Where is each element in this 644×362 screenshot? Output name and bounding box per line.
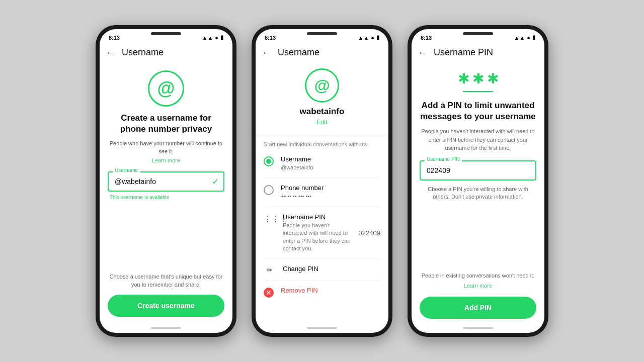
phone1-heading: Create a username for phone number priva… [108,113,224,135]
option-username-text: Username @wabetainfo [281,155,380,171]
pin-existing-note: People in existing conversations won't n… [420,272,536,280]
phone-1: 8:13 ▲▲ ● ▮ ← Username @ Create a userna… [96,25,236,337]
input-checkmark: ✓ [212,176,219,187]
wifi-icon-1: ● [215,35,218,41]
pin-value: 022409 [359,229,380,237]
available-text: This username is available [108,195,224,200]
pin-input-group: Username PIN [420,160,536,180]
screen-content-1: @ Create a username for phone number pri… [100,62,232,325]
learn-more-link-1[interactable]: Learn more [108,157,224,163]
pin-star-1: ✱ [458,70,469,87]
at-icon-container-1: @ [108,70,224,107]
username-input-label: Username [113,167,140,173]
edit-link[interactable]: Edit [317,119,328,126]
pin-dots-icon: ⋮⋮⋮ [264,214,276,224]
option-phone-text: Phone number +• •• •• ••• ••• [281,184,380,200]
pin-section: ⋮⋮⋮ Username PIN People you haven't inte… [264,207,380,259]
battery-icon-1: ▮ [220,34,223,41]
battery-icon-3: ▮ [532,34,535,41]
app-bar-2: ← Username [256,43,388,62]
time-2: 8:13 [265,35,276,41]
create-username-button[interactable]: Create username [108,295,224,317]
back-button-1[interactable]: ← [106,47,116,58]
battery-icon-2: ▮ [376,34,379,41]
add-pin-button[interactable]: Add PIN [420,297,536,319]
pin-star-3: ✱ [487,70,499,87]
phone-2-screen: 8:13 ▲▲ ● ▮ ← Username @ wabetainfo Edit [256,29,388,333]
pin-section-subtitle: People you haven't interacted with will … [283,222,352,253]
change-pin-text: Change PIN [283,265,380,274]
status-icons-1: ▲▲ ● ▮ [202,34,223,41]
radio-phone[interactable] [264,185,274,195]
phone1-subheading: People who have your number will continu… [108,140,224,155]
change-pin-label: Change PIN [283,265,380,273]
pin-input-label: Username PIN [425,156,462,162]
phones-container: 8:13 ▲▲ ● ▮ ← Username @ Create a userna… [86,15,558,347]
screen-content-2: @ wabetainfo Edit Start new individual c… [256,62,388,325]
status-bar-3: 8:13 ▲▲ ● ▮ [412,29,544,43]
wifi-icon-3: ● [527,35,530,41]
pin-star-2: ✱ [472,70,484,87]
pin-input[interactable] [420,160,536,180]
back-button-3[interactable]: ← [418,47,428,58]
remove-pin-icon: ✕ [264,288,274,298]
remove-pin-item[interactable]: ✕ Remove PIN [264,281,380,304]
pin-underline [463,91,493,92]
change-pin-item[interactable]: ✏ Change PIN [264,259,380,281]
bottom-hint-1: Choose a username that's unique but easy… [108,273,224,289]
username-input-group: Username ✓ [108,171,224,192]
app-title-1: Username [122,47,164,58]
app-title-3: Username PIN [434,47,493,58]
app-title-2: Username [278,47,319,58]
option-username-title: Username [281,155,380,163]
option-phone-title: Phone number [281,184,380,192]
status-bar-2: 8:13 ▲▲ ● ▮ [256,29,388,43]
remove-pin-label: Remove PIN [281,287,380,294]
profile-name: wabetainfo [300,107,345,117]
pin-hint: Choose a PIN you're willing to share wit… [420,186,536,201]
time-3: 8:13 [421,35,432,41]
conversation-label: Start new individual conversations with … [264,136,380,149]
phone-3-screen: 8:13 ▲▲ ● ▮ ← Username PIN ✱ ✱ ✱ Add a P… [412,29,544,333]
option-phone-subtitle: +• •• •• ••• ••• [281,193,380,200]
remove-pin-text: Remove PIN [281,287,380,294]
signal-icon-3: ▲▲ [514,35,525,41]
phone-3: 8:13 ▲▲ ● ▮ ← Username PIN ✱ ✱ ✱ Add a P… [408,25,548,337]
phone-2: 8:13 ▲▲ ● ▮ ← Username @ wabetainfo Edit [252,25,392,337]
profile-at-icon: @ [305,68,339,103]
signal-icon-2: ▲▲ [358,35,369,41]
pin-section-text: Username PIN People you haven't interact… [283,213,352,253]
time-1: 8:13 [109,35,120,41]
phone-1-screen: 8:13 ▲▲ ● ▮ ← Username @ Create a userna… [100,29,232,333]
pin-heading: Add a PIN to limit unwanted messages to … [420,100,536,122]
app-bar-1: ← Username [100,43,232,62]
pin-subheading: People you haven't interacted with will … [420,127,536,152]
status-icons-3: ▲▲ ● ▮ [514,34,535,41]
home-indicator-1 [151,327,181,329]
signal-icon-1: ▲▲ [202,35,213,41]
pin-stars-container: ✱ ✱ ✱ [420,70,536,87]
home-indicator-3 [463,327,493,329]
option-username-subtitle: @wabetainfo [281,164,380,171]
pin-section-title: Username PIN [283,213,352,221]
status-bar-1: 8:13 ▲▲ ● ▮ [100,29,232,43]
app-bar-3: ← Username PIN [412,43,544,62]
username-input[interactable] [108,171,224,192]
option-phone[interactable]: Phone number +• •• •• ••• ••• [264,178,380,207]
pin-bottom-section: People in existing conversations won't n… [420,272,536,319]
screen-content-3: ✱ ✱ ✱ Add a PIN to limit unwanted messag… [412,62,544,325]
radio-username[interactable] [264,156,274,166]
option-username[interactable]: Username @wabetainfo [264,149,380,178]
change-pin-icon: ✏ [264,266,276,274]
status-icons-2: ▲▲ ● ▮ [358,34,379,41]
back-button-2[interactable]: ← [262,47,272,58]
learn-more-link-3[interactable]: Learn more [420,283,536,289]
profile-section: @ wabetainfo Edit [264,62,380,136]
home-indicator-2 [307,327,337,329]
at-icon-1: @ [148,70,184,107]
wifi-icon-2: ● [371,35,374,41]
